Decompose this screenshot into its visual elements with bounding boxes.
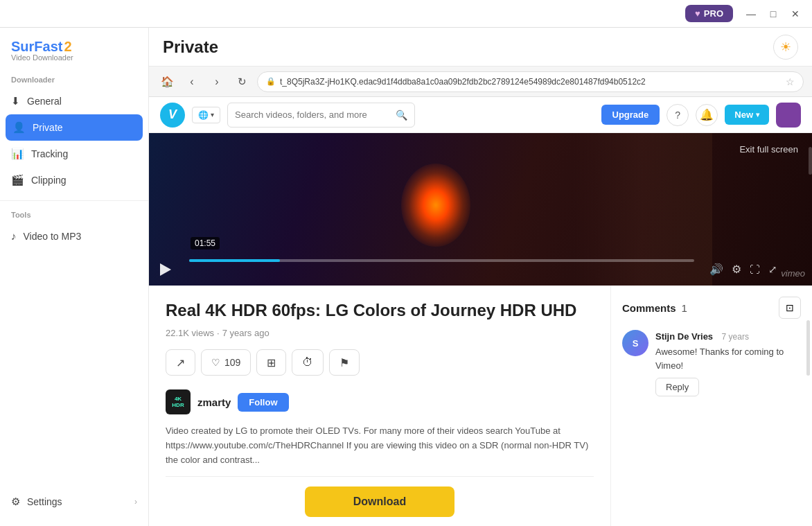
exit-fullscreen-button[interactable]: Exit full screen: [739, 144, 798, 155]
settings-chevron-icon: ›: [134, 497, 137, 507]
new-button-label: New: [734, 109, 753, 120]
sidebar-item-private[interactable]: 👤 Private: [6, 114, 143, 141]
vimeo-toolbar: V 🌐 ▾ 🔍 Upgrade ? 🔔 New ▾: [149, 97, 812, 133]
layers-button[interactable]: ⊞: [256, 349, 286, 376]
scrollbar-indicator[interactable]: [808, 140, 812, 279]
volume-button[interactable]: 🔊: [709, 263, 723, 276]
minimize-button[interactable]: —: [740, 4, 762, 24]
view-count: 22.1K views: [166, 328, 214, 338]
pro-badge[interactable]: ♥ PRO: [685, 5, 733, 22]
comment-count: 1: [682, 302, 687, 314]
channel-name: zmarty: [197, 396, 231, 408]
upgrade-button[interactable]: Upgrade: [601, 105, 660, 125]
follow-button[interactable]: Follow: [238, 393, 288, 412]
sidebar-item-tracking[interactable]: 📊 Tracking: [0, 141, 148, 167]
private-icon: 👤: [12, 121, 26, 134]
sidebar-label-general: General: [27, 96, 62, 107]
comment-text: Awesome! Thanks for coming to Vimeo!: [655, 345, 801, 372]
comments-expand-button[interactable]: ⊡: [779, 297, 801, 319]
comment-time: 7 years: [722, 332, 749, 342]
sidebar-section-tools: Tools: [0, 208, 148, 223]
video-title: Real 4K HDR 60fps: LG Colors of Journey …: [166, 299, 594, 321]
sidebar-label-settings: Settings: [27, 496, 62, 507]
refresh-button[interactable]: ↻: [232, 72, 251, 91]
vimeo-watermark: vimeo: [781, 268, 805, 279]
browser-bar: 🏠 ‹ › ↻ 🔒 t_8Q5jRa3Z-jHo1KQ.edac9d1f4ddb…: [149, 67, 812, 97]
search-icon: 🔍: [396, 109, 407, 121]
sidebar-label-clipping: Clipping: [31, 175, 67, 186]
report-button[interactable]: ⚑: [329, 349, 360, 376]
heart-icon: ♥: [695, 8, 700, 19]
play-button[interactable]: [160, 263, 171, 276]
progress-bar[interactable]: [189, 259, 694, 262]
sidebar-item-settings[interactable]: ⚙ Settings ›: [0, 489, 148, 515]
sidebar-item-video-to-mp3[interactable]: ♪ Video to MP3: [0, 223, 148, 249]
channel-logo: 4KHDR: [166, 389, 191, 414]
page-title: Private: [163, 37, 218, 57]
search-input[interactable]: [235, 109, 390, 120]
video-player: 01:55 Exit full screen 🔊 ⚙ ⛶ ⤢ v: [149, 133, 812, 286]
logo-number: 2: [64, 39, 71, 55]
music-icon: ♪: [11, 230, 17, 242]
content-area: Real 4K HDR 60fps: LG Colors of Journey …: [149, 286, 812, 526]
back-button[interactable]: ‹: [182, 72, 202, 91]
comments-header: Comments 1 ⊡: [622, 297, 801, 319]
globe-arrow-icon: ▾: [211, 111, 214, 119]
settings-icon: ⚙: [11, 496, 20, 508]
download-button[interactable]: Download: [305, 486, 454, 517]
app-logo: SurFast 2 Video Downloader: [0, 39, 148, 73]
address-text: t_8Q5jRa3Z-jHo1KQ.edac9d1f4ddba8a1c0aa09…: [280, 77, 782, 87]
comments-title: Comments 1: [622, 302, 687, 314]
logo-surfast: SurFast: [11, 39, 62, 55]
comment-body: Stijn De Vries 7 years Awesome! Thanks f…: [655, 330, 801, 396]
bookmark-icon: ☆: [786, 76, 795, 87]
picture-in-picture-button[interactable]: ⛶: [750, 263, 760, 275]
comments-panel: Comments 1 ⊡ S Stijn De Vries 7 years Aw…: [611, 286, 812, 526]
search-box[interactable]: 🔍: [227, 103, 415, 128]
reply-button[interactable]: Reply: [655, 378, 699, 396]
download-button-container: Download: [166, 476, 594, 520]
logo-subtitle: Video Downloader: [11, 53, 137, 62]
comment-avatar: S: [622, 330, 648, 356]
sidebar-label-tracking: Tracking: [31, 148, 68, 159]
sidebar-label-private: Private: [33, 122, 63, 133]
share-button[interactable]: ↗: [166, 349, 195, 376]
channel-row: 4KHDR zmarty Follow: [166, 389, 594, 414]
download-icon: ⬇: [11, 95, 20, 107]
main-content: Private ☀ 🏠 ‹ › ↻ 🔒 t_8Q5jRa3Z-jHo1KQ.ed…: [149, 28, 812, 526]
video-meta: 22.1K views · 7 years ago: [166, 328, 594, 338]
tracking-icon: 📊: [11, 148, 24, 160]
watch-later-button[interactable]: ⏱: [292, 349, 324, 376]
like-count: 109: [224, 357, 240, 368]
user-avatar[interactable]: [776, 103, 801, 128]
pro-label: PRO: [704, 8, 723, 19]
maximize-button[interactable]: □: [762, 4, 784, 24]
panel-scrollbar[interactable]: [806, 320, 810, 376]
home-button[interactable]: 🏠: [157, 72, 177, 91]
vimeo-logo: V: [160, 103, 185, 128]
light-mode-button[interactable]: ☀: [773, 35, 798, 60]
globe-icon: 🌐: [198, 110, 209, 120]
lock-icon: 🔒: [266, 77, 276, 86]
forward-button[interactable]: ›: [207, 72, 227, 91]
clipping-icon: 🎬: [11, 174, 24, 186]
video-info-panel: Real 4K HDR 60fps: LG Colors of Journey …: [149, 286, 611, 526]
heart-like-icon: ♡: [211, 357, 220, 368]
globe-selector[interactable]: 🌐 ▾: [192, 107, 220, 123]
new-button[interactable]: New ▾: [725, 105, 769, 125]
like-button[interactable]: ♡ 109: [201, 349, 251, 376]
separator: ·: [217, 328, 220, 338]
comments-label: Comments: [622, 302, 676, 314]
address-bar[interactable]: 🔒 t_8Q5jRa3Z-jHo1KQ.edac9d1f4ddba8a1c0aa…: [257, 71, 804, 92]
video-controls-right: 🔊 ⚙ ⛶ ⤢: [709, 263, 777, 276]
comment-item: S Stijn De Vries 7 years Awesome! Thanks…: [622, 330, 801, 396]
settings-video-button[interactable]: ⚙: [732, 263, 741, 276]
sidebar-item-clipping[interactable]: 🎬 Clipping: [0, 167, 148, 193]
notification-button[interactable]: 🔔: [696, 104, 718, 126]
sidebar-item-general[interactable]: ⬇ General: [0, 88, 148, 114]
help-button[interactable]: ?: [667, 104, 689, 126]
timestamp-badge: 01:55: [191, 237, 220, 249]
close-button[interactable]: ✕: [784, 4, 806, 24]
video-description: Video created by LG to promote their OLE…: [166, 424, 594, 467]
fullscreen-button[interactable]: ⤢: [768, 263, 777, 276]
